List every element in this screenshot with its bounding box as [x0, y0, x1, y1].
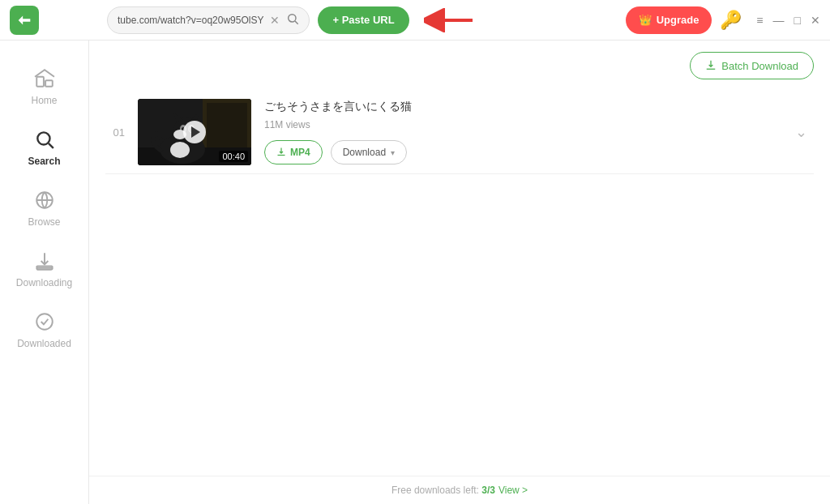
sidebar-item-downloaded-label: Downloaded	[17, 338, 71, 349]
video-list: 01	[89, 91, 830, 476]
sidebar: Home Search Browse	[0, 41, 89, 504]
svg-point-0	[289, 14, 296, 21]
content-header: Batch Download	[89, 41, 830, 91]
sidebar-item-downloaded[interactable]: Downloaded	[0, 300, 88, 361]
svg-rect-10	[36, 267, 53, 268]
crown-icon: 👑	[639, 14, 652, 26]
video-info: ごちそうさまを言いにくる猫 11M views MP4	[264, 100, 776, 164]
expand-icon[interactable]: ⌄	[789, 123, 814, 141]
paste-url-button[interactable]: + Paste URL	[318, 6, 409, 34]
video-views: 11M views	[264, 119, 776, 130]
app-logo-icon	[10, 6, 39, 35]
minimize-icon[interactable]: —	[773, 15, 785, 26]
titlebar: tube.com/watch?v=oq20w95OlSY ✕ + Paste U…	[0, 0, 830, 41]
content-area: Batch Download 01	[89, 41, 830, 504]
home-icon	[34, 68, 55, 92]
downloading-icon	[34, 250, 55, 274]
sidebar-item-search-label: Search	[28, 156, 60, 167]
url-text: tube.com/watch?v=oq20w95OlSY	[118, 15, 263, 26]
keenon-icon[interactable]: 🔑	[720, 10, 742, 31]
maximize-icon[interactable]: □	[794, 15, 801, 26]
footer-text: Free downloads left:	[391, 485, 481, 496]
close-icon[interactable]: ✕	[811, 15, 820, 26]
chevron-down-icon: ▾	[391, 148, 395, 157]
svg-line-1	[295, 21, 298, 24]
svg-rect-4	[36, 77, 44, 87]
upgrade-button[interactable]: 👑 Upgrade	[626, 6, 712, 34]
url-clear-icon[interactable]: ✕	[270, 15, 280, 26]
sidebar-item-home-label: Home	[31, 95, 57, 106]
video-duration: 00:40	[219, 151, 248, 162]
play-button[interactable]	[183, 121, 206, 143]
arrow-indicator	[424, 8, 481, 32]
window-controls: ≡ — □ ✕	[756, 15, 820, 26]
downloaded-icon	[34, 311, 55, 335]
logo-area	[10, 6, 99, 35]
download-dropdown-button[interactable]: Download ▾	[331, 140, 407, 164]
video-index: 01	[105, 126, 125, 139]
sidebar-item-search[interactable]: Search	[0, 117, 88, 178]
view-link[interactable]: View >	[498, 485, 528, 496]
table-row: 01	[105, 91, 814, 174]
main-layout: Home Search Browse	[0, 41, 830, 504]
video-thumbnail[interactable]: 00:40	[138, 99, 251, 165]
mp4-button[interactable]: MP4	[264, 140, 323, 164]
video-actions: MP4 Download ▾	[264, 140, 776, 164]
video-title: ごちそうさまを言いにくる猫	[264, 100, 776, 114]
content-footer: Free downloads left: 3/3View >	[89, 476, 830, 504]
sidebar-item-browse-label: Browse	[28, 216, 60, 228]
sidebar-item-browse[interactable]: Browse	[0, 178, 88, 239]
download-arrow-icon	[705, 59, 717, 73]
sidebar-item-home[interactable]: Home	[0, 57, 88, 117]
browse-icon	[34, 190, 55, 213]
batch-download-button[interactable]: Batch Download	[690, 52, 814, 79]
menu-icon[interactable]: ≡	[756, 15, 763, 26]
svg-rect-5	[45, 80, 53, 87]
sidebar-item-downloading-label: Downloading	[16, 277, 72, 288]
sidebar-item-downloading[interactable]: Downloading	[0, 239, 88, 300]
search-icon	[34, 129, 55, 152]
download-icon	[276, 147, 286, 159]
svg-line-7	[48, 143, 53, 148]
svg-point-11	[36, 314, 53, 330]
download-count: 3/3	[481, 485, 495, 496]
svg-point-6	[37, 132, 49, 144]
url-search-icon[interactable]	[286, 12, 299, 28]
url-bar: tube.com/watch?v=oq20w95OlSY ✕	[107, 6, 310, 34]
